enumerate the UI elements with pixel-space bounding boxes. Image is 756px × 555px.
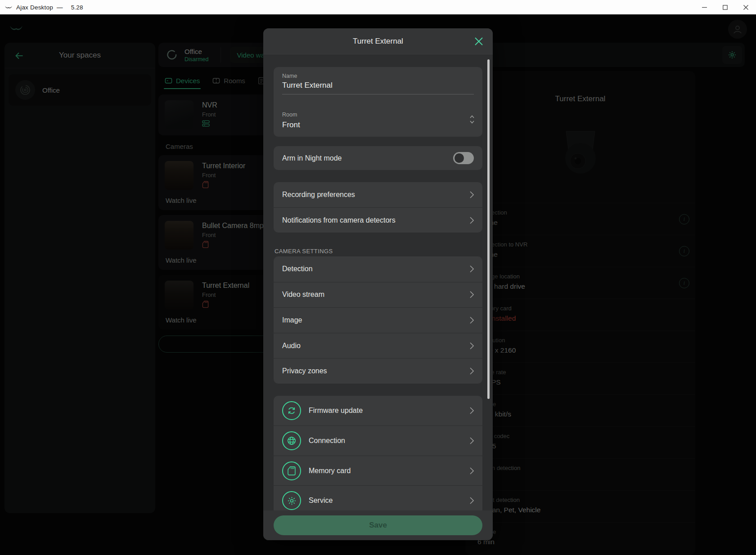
connection-row[interactable]: Connection	[274, 425, 482, 456]
modal-body: Name Room Front Arm in Night mode R	[263, 55, 493, 510]
select-chevrons-icon	[469, 114, 475, 125]
camera-notifications-row[interactable]: Notifications from camera detectors	[274, 207, 482, 233]
camera-settings-modal: Turret External Name Room Front	[263, 28, 493, 540]
connection-icon	[282, 431, 301, 450]
service-row[interactable]: Service	[274, 485, 482, 510]
modal-title: Turret External	[353, 37, 403, 46]
camera-settings-group: Detection Video stream Image Audio Priva…	[274, 256, 482, 384]
chevron-right-icon	[470, 437, 474, 444]
save-button[interactable]: Save	[274, 515, 482, 535]
memory-card-row[interactable]: Memory card	[274, 456, 482, 486]
chevron-right-icon	[470, 342, 474, 349]
close-window-button[interactable]	[735, 0, 756, 14]
night-mode-label: Arm in Night mode	[282, 154, 342, 162]
minimize-button[interactable]	[694, 0, 715, 14]
name-label: Name	[282, 73, 474, 79]
room-value: Front	[282, 121, 474, 130]
close-icon[interactable]	[474, 36, 484, 46]
image-row[interactable]: Image	[274, 307, 482, 333]
modal-footer: Save	[263, 510, 493, 540]
name-field-group: Name	[274, 67, 482, 99]
maximize-button[interactable]	[715, 0, 735, 14]
chevron-right-icon	[470, 407, 474, 414]
night-mode-row: Arm in Night mode	[274, 146, 482, 170]
chevron-right-icon	[470, 317, 474, 324]
camera-settings-section-label: CAMERA SETTINGS	[274, 248, 482, 255]
app-version: 5.28	[71, 4, 83, 11]
chevron-right-icon	[470, 217, 474, 224]
chevron-right-icon	[470, 497, 474, 504]
chevron-right-icon	[470, 291, 474, 298]
service-gear-icon	[282, 491, 301, 510]
name-input[interactable]	[282, 79, 474, 94]
room-select[interactable]: Room Front	[274, 99, 482, 137]
firmware-update-row[interactable]: Firmware update	[274, 396, 482, 426]
app-title: Ajax Desktop	[16, 4, 53, 11]
toggle-knob	[454, 153, 464, 163]
modal-scrollbar[interactable]	[487, 59, 490, 399]
chevron-right-icon	[470, 467, 474, 474]
night-mode-toggle[interactable]	[453, 152, 474, 164]
chevron-right-icon	[470, 367, 474, 375]
name-room-card: Name Room Front	[274, 67, 482, 137]
memory-card-icon	[282, 461, 301, 480]
audio-row[interactable]: Audio	[274, 333, 482, 358]
privacy-zones-row[interactable]: Privacy zones	[274, 358, 482, 384]
detection-row[interactable]: Detection	[274, 256, 482, 282]
recording-preferences-row[interactable]: Recording preferences	[274, 182, 482, 207]
firmware-update-icon	[282, 401, 301, 420]
video-stream-row[interactable]: Video stream	[274, 282, 482, 308]
preferences-group: Recording preferences Notifications from…	[274, 182, 482, 233]
ajax-logo-icon	[4, 5, 13, 9]
title-separator: —	[57, 4, 63, 11]
chevron-right-icon	[470, 265, 474, 273]
room-label: Room	[282, 112, 474, 118]
chevron-right-icon	[470, 191, 474, 198]
modal-header: Turret External	[263, 28, 493, 54]
system-group: Firmware update Connection	[274, 396, 482, 510]
window-titlebar: Ajax Desktop — 5.28	[0, 0, 756, 14]
